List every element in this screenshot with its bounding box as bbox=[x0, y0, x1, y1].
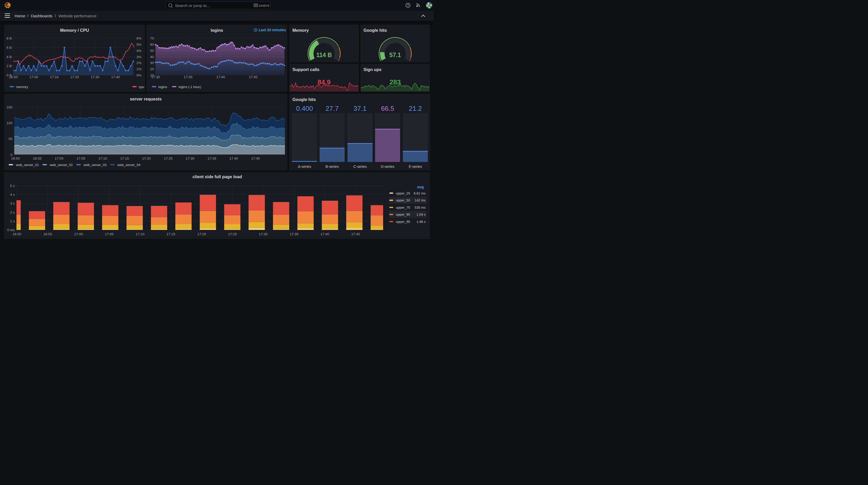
svg-text:avg: avg bbox=[417, 185, 424, 189]
svg-text:50: 50 bbox=[8, 137, 12, 141]
svg-text:Search or jump to...: Search or jump to... bbox=[175, 3, 210, 8]
svg-text:17:20: 17:20 bbox=[142, 157, 151, 160]
svg-text:17:10: 17:10 bbox=[135, 232, 145, 236]
svg-text:17:15: 17:15 bbox=[120, 157, 129, 160]
svg-text:Memory: Memory bbox=[292, 28, 309, 33]
svg-text:17:10: 17:10 bbox=[50, 75, 59, 79]
svg-text:5 s: 5 s bbox=[10, 184, 15, 188]
svg-text:142 ms: 142 ms bbox=[414, 198, 426, 202]
svg-text:3 s: 3 s bbox=[10, 201, 15, 205]
svg-text:web_server_01: web_server_01 bbox=[16, 163, 39, 167]
svg-text:upper_50: upper_50 bbox=[396, 198, 410, 202]
svg-text:web_server_04: web_server_04 bbox=[117, 163, 140, 167]
svg-text:50: 50 bbox=[150, 49, 154, 53]
svg-text:57.1: 57.1 bbox=[389, 52, 401, 58]
svg-text:A-series: A-series bbox=[298, 164, 311, 169]
svg-text:6.81 ms: 6.81 ms bbox=[413, 191, 426, 195]
svg-text:17:35: 17:35 bbox=[184, 75, 192, 79]
svg-text:logins: logins bbox=[158, 85, 167, 89]
svg-text:8 B: 8 B bbox=[6, 36, 11, 40]
svg-text:1%: 1% bbox=[136, 67, 142, 71]
svg-text:60: 60 bbox=[150, 43, 154, 46]
svg-text:5%: 5% bbox=[136, 43, 142, 46]
svg-text:17:00: 17:00 bbox=[74, 232, 83, 236]
svg-text:?: ? bbox=[407, 4, 409, 7]
svg-text:upper_75: upper_75 bbox=[396, 205, 410, 209]
svg-text:Last 20 minutes: Last 20 minutes bbox=[258, 28, 286, 32]
svg-text:17:00: 17:00 bbox=[29, 75, 38, 79]
svg-text:17:05: 17:05 bbox=[105, 232, 114, 236]
svg-text:17:35: 17:35 bbox=[289, 232, 299, 236]
svg-text:283: 283 bbox=[390, 78, 401, 86]
svg-text:30: 30 bbox=[150, 61, 154, 65]
svg-text:cpu: cpu bbox=[139, 85, 144, 89]
svg-text:Google hits: Google hits bbox=[292, 97, 316, 102]
svg-text:1.46 s: 1.46 s bbox=[416, 220, 426, 223]
svg-text:Dashboards: Dashboards bbox=[31, 14, 53, 18]
svg-text:logins (-1 hour): logins (-1 hour) bbox=[179, 85, 201, 89]
svg-text:1.04 s: 1.04 s bbox=[416, 213, 426, 217]
svg-text:17:10: 17:10 bbox=[98, 157, 107, 160]
svg-text:D-series: D-series bbox=[381, 164, 394, 169]
svg-text:20: 20 bbox=[150, 67, 154, 71]
svg-text:16:55: 16:55 bbox=[33, 157, 41, 160]
svg-text:37.1: 37.1 bbox=[353, 105, 367, 112]
svg-text:17:35: 17:35 bbox=[208, 157, 216, 160]
svg-text:535 ms: 535 ms bbox=[414, 205, 426, 209]
svg-text:17:40: 17:40 bbox=[229, 157, 238, 160]
svg-text:17:30: 17:30 bbox=[151, 75, 160, 79]
svg-text:100: 100 bbox=[6, 121, 12, 125]
svg-text:6 B: 6 B bbox=[6, 46, 11, 50]
svg-text:0: 0 bbox=[10, 153, 12, 157]
svg-text:Google hits: Google hits bbox=[364, 28, 387, 33]
svg-text:4 s: 4 s bbox=[10, 193, 15, 197]
svg-text:4%: 4% bbox=[136, 49, 142, 53]
svg-text:17:15: 17:15 bbox=[166, 232, 175, 236]
svg-text:0%: 0% bbox=[136, 73, 142, 77]
svg-text:2%: 2% bbox=[136, 61, 142, 65]
svg-text:server requests: server requests bbox=[130, 97, 162, 101]
svg-text:Sign ups: Sign ups bbox=[364, 67, 381, 72]
svg-text:memory: memory bbox=[16, 85, 28, 89]
svg-text:16:50: 16:50 bbox=[9, 75, 18, 79]
svg-text:E-series: E-series bbox=[409, 164, 422, 169]
svg-text:4 B: 4 B bbox=[6, 55, 11, 59]
svg-text:Home: Home bbox=[15, 14, 25, 18]
svg-text:client side full page load: client side full page load bbox=[192, 174, 242, 179]
svg-text:70: 70 bbox=[150, 36, 154, 40]
svg-text:17:40: 17:40 bbox=[216, 75, 225, 79]
svg-text:upper_90: upper_90 bbox=[396, 213, 410, 217]
svg-text:6%: 6% bbox=[136, 36, 142, 40]
svg-text:web_server_03: web_server_03 bbox=[83, 163, 106, 167]
svg-text:17:45: 17:45 bbox=[249, 75, 257, 79]
svg-text:21.2: 21.2 bbox=[409, 105, 422, 112]
svg-text:logins: logins bbox=[211, 28, 223, 33]
svg-text:17:05: 17:05 bbox=[76, 157, 85, 160]
svg-text:17:00: 17:00 bbox=[55, 157, 64, 160]
svg-text:upper_25: upper_25 bbox=[396, 191, 410, 195]
svg-text:2 s: 2 s bbox=[10, 210, 15, 214]
svg-text:17:30: 17:30 bbox=[259, 232, 268, 236]
svg-text:16:55: 16:55 bbox=[43, 232, 52, 236]
svg-text:2 B: 2 B bbox=[6, 64, 11, 68]
svg-text:0 ms: 0 ms bbox=[7, 228, 15, 232]
svg-text:17:25: 17:25 bbox=[164, 157, 173, 160]
svg-text:Support calls: Support calls bbox=[292, 67, 319, 72]
svg-text:150: 150 bbox=[6, 105, 12, 109]
svg-text:1 s: 1 s bbox=[10, 219, 15, 223]
svg-text:17:45: 17:45 bbox=[251, 157, 260, 160]
svg-text:40: 40 bbox=[150, 55, 154, 59]
svg-text:upper_95: upper_95 bbox=[396, 220, 410, 223]
svg-text:66.5: 66.5 bbox=[381, 105, 394, 112]
svg-text:C-series: C-series bbox=[353, 164, 367, 169]
svg-text:0.400: 0.400 bbox=[296, 105, 313, 112]
svg-text:3%: 3% bbox=[136, 55, 142, 59]
svg-text:B-series: B-series bbox=[325, 164, 338, 169]
svg-text:17:40: 17:40 bbox=[111, 75, 120, 79]
svg-text:17:45: 17:45 bbox=[351, 232, 360, 236]
svg-text:17:40: 17:40 bbox=[320, 232, 329, 236]
svg-text:17:30: 17:30 bbox=[186, 157, 194, 160]
svg-text:16:50: 16:50 bbox=[12, 232, 21, 236]
svg-text:17:20: 17:20 bbox=[197, 232, 206, 236]
svg-text:17:30: 17:30 bbox=[91, 75, 99, 79]
